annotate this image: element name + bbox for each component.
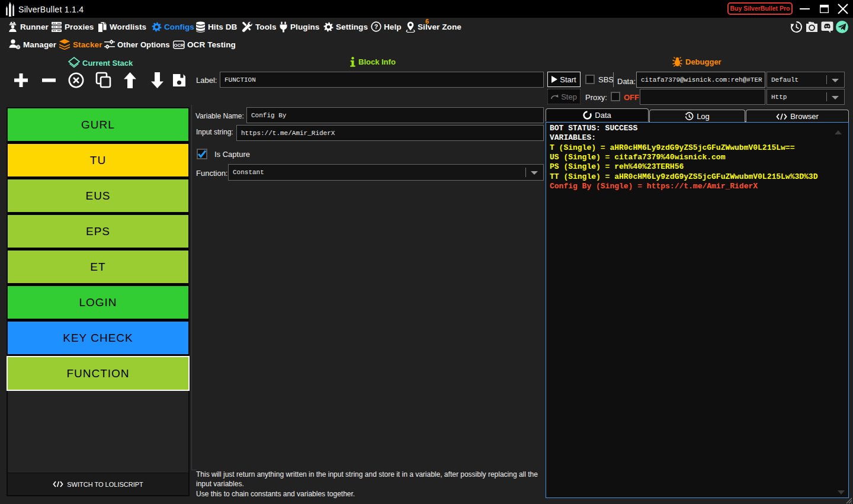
svg-text:?: ?: [374, 23, 379, 30]
svg-text:OCR: OCR: [174, 42, 184, 47]
